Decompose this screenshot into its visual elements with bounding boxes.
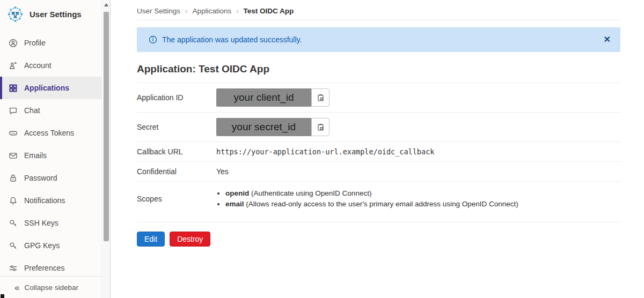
callback-url-label: Callback URL bbox=[137, 147, 216, 156]
breadcrumb: User Settings › Applications › Test OIDC… bbox=[137, 0, 620, 15]
sidebar-item-gpg-keys[interactable]: GPG Keys bbox=[0, 234, 101, 257]
sidebar-item-profile[interactable]: Profile bbox=[0, 32, 101, 54]
confidential-label: Confidential bbox=[137, 167, 216, 176]
application-id-label: Application ID bbox=[137, 93, 216, 102]
scrollbar-thumb[interactable] bbox=[104, 12, 109, 241]
chat-icon bbox=[9, 106, 18, 115]
secret-row: Secret your secret_id bbox=[137, 113, 620, 142]
success-alert: The application was updated successfully… bbox=[137, 27, 620, 52]
collapse-sidebar-label: Collapse sidebar bbox=[24, 284, 78, 292]
lock-icon bbox=[9, 174, 18, 183]
page-title: Application: Test OIDC App bbox=[137, 63, 620, 75]
alert-message: The application was updated successfully… bbox=[162, 35, 302, 44]
chevrons-left-icon: « bbox=[14, 283, 19, 292]
sidebar-item-label: Preferences bbox=[24, 264, 64, 272]
action-buttons: Edit Destroy bbox=[137, 232, 620, 247]
scopes-label: Scopes bbox=[137, 195, 216, 203]
scope-name: email bbox=[225, 200, 244, 208]
info-icon bbox=[149, 35, 157, 44]
applications-icon bbox=[9, 84, 18, 93]
sidebar-item-applications[interactable]: Applications bbox=[0, 77, 101, 99]
clipboard-icon bbox=[317, 123, 325, 131]
collapse-sidebar-button[interactable]: « Collapse sidebar bbox=[0, 276, 101, 298]
scope-item-openid: openid (Authenticate using OpenID Connec… bbox=[225, 188, 518, 199]
sidebar-item-label: Chat bbox=[24, 106, 40, 115]
breadcrumb-separator: › bbox=[236, 7, 238, 15]
secret-group: your secret_id bbox=[216, 118, 330, 136]
scopes-list: openid (Authenticate using OpenID Connec… bbox=[216, 188, 518, 209]
cursor-artifact bbox=[1, 294, 4, 298]
sidebar-title: User Settings bbox=[30, 10, 82, 19]
user-avatar-icon bbox=[6, 5, 24, 23]
copy-application-id-button[interactable] bbox=[311, 88, 330, 107]
sidebar-item-label: Emails bbox=[24, 151, 47, 160]
sidebar-item-label: Profile bbox=[24, 39, 46, 47]
breadcrumb-separator: › bbox=[185, 7, 187, 15]
scope-description: (Authenticate using OpenID Connect) bbox=[251, 189, 371, 197]
confidential-row: Confidential Yes bbox=[137, 162, 620, 182]
application-id-row: Application ID your client_id bbox=[137, 83, 620, 113]
sidebar-item-chat[interactable]: Chat bbox=[0, 99, 101, 122]
breadcrumb-user-settings[interactable]: User Settings bbox=[137, 7, 180, 15]
bell-icon bbox=[9, 196, 18, 205]
sidebar-item-label: SSH Keys bbox=[24, 219, 58, 227]
sliders-icon bbox=[9, 264, 18, 273]
sidebar-nav: Profile Account Application bbox=[0, 32, 101, 279]
confidential-value: Yes bbox=[216, 167, 229, 176]
callback-url-row: Callback URL https://your-application-ur… bbox=[137, 142, 620, 162]
token-icon bbox=[9, 129, 18, 138]
sidebar-item-label: Applications bbox=[24, 84, 69, 92]
scope-name: openid bbox=[225, 189, 249, 197]
application-id-group: your client_id bbox=[216, 88, 330, 107]
application-id-value: your client_id bbox=[216, 88, 311, 107]
breadcrumb-current: Test OIDC App bbox=[244, 7, 294, 15]
profile-icon bbox=[9, 39, 18, 48]
sidebar-item-emails[interactable]: Emails bbox=[0, 144, 101, 167]
breadcrumb-divider bbox=[137, 20, 620, 20]
sidebar-header: User Settings bbox=[0, 0, 101, 28]
secret-label: Secret bbox=[137, 123, 216, 131]
alert-close-button[interactable]: ✕ bbox=[604, 35, 611, 44]
scopes-row: Scopes openid (Authenticate using OpenID… bbox=[137, 182, 620, 222]
scope-description: (Allows read-only access to the user's p… bbox=[246, 200, 518, 208]
sidebar-scrollbar[interactable] bbox=[103, 0, 111, 298]
edit-button[interactable]: Edit bbox=[137, 232, 165, 247]
key-icon bbox=[9, 241, 18, 250]
account-icon bbox=[9, 61, 18, 70]
secret-value: your secret_id bbox=[216, 118, 311, 136]
destroy-button[interactable]: Destroy bbox=[170, 232, 210, 247]
sidebar-item-label: GPG Keys bbox=[24, 241, 60, 250]
email-icon bbox=[9, 151, 18, 160]
sidebar-item-label: Account bbox=[24, 61, 52, 70]
sidebar-item-password[interactable]: Password bbox=[0, 167, 101, 189]
sidebar-item-label: Notifications bbox=[24, 196, 65, 205]
clipboard-icon bbox=[317, 94, 325, 102]
main-panel: User Settings › Applications › Test OIDC… bbox=[111, 0, 644, 298]
sidebar-item-label: Password bbox=[24, 174, 57, 182]
sidebar-item-ssh-keys[interactable]: SSH Keys bbox=[0, 212, 101, 234]
sidebar-item-notifications[interactable]: Notifications bbox=[0, 189, 101, 212]
scrollbar-up-arrow-icon[interactable] bbox=[104, 3, 108, 6]
settings-sidebar: User Settings Profile Account bbox=[0, 0, 102, 298]
sidebar-item-account[interactable]: Account bbox=[0, 54, 101, 77]
sidebar-item-access-tokens[interactable]: Access Tokens bbox=[0, 122, 101, 144]
callback-url-value: https://your-application-url.example/oid… bbox=[216, 147, 434, 156]
breadcrumb-applications[interactable]: Applications bbox=[192, 7, 231, 15]
copy-secret-button[interactable] bbox=[311, 118, 330, 136]
key-icon bbox=[9, 219, 18, 228]
scope-item-email: email (Allows read-only access to the us… bbox=[225, 199, 518, 210]
sidebar-item-label: Access Tokens bbox=[24, 129, 74, 137]
